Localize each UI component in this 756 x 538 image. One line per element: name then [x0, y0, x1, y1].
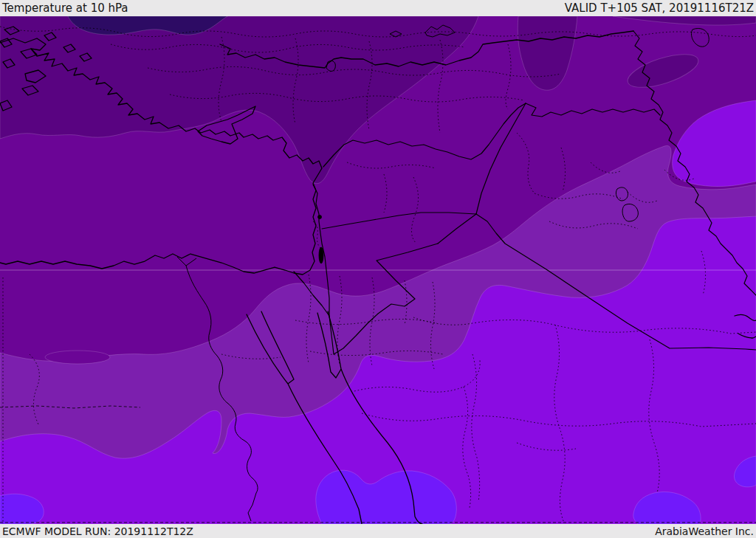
sea-of-galilee [318, 215, 322, 219]
weather-map-screen: Temperature at 10 hPa VALID T+105 SAT, 2… [0, 0, 756, 538]
model-run-label: ECMWF MODEL RUN: 20191112T12Z [2, 525, 193, 537]
credit-label: ArabiaWeather Inc. [655, 525, 754, 537]
band-warmest-center [316, 470, 457, 524]
footer-bar: ECMWF MODEL RUN: 20191112T12Z ArabiaWeat… [0, 524, 756, 538]
band-cold-tongue [45, 351, 110, 364]
dead-sea [319, 247, 323, 263]
map-canvas [0, 16, 756, 524]
header-bar: Temperature at 10 hPa VALID T+105 SAT, 2… [0, 0, 756, 16]
map-title: Temperature at 10 hPa [2, 1, 128, 15]
weather-map [0, 16, 756, 524]
valid-time-label: VALID T+105 SAT, 20191116T21Z [565, 1, 754, 15]
